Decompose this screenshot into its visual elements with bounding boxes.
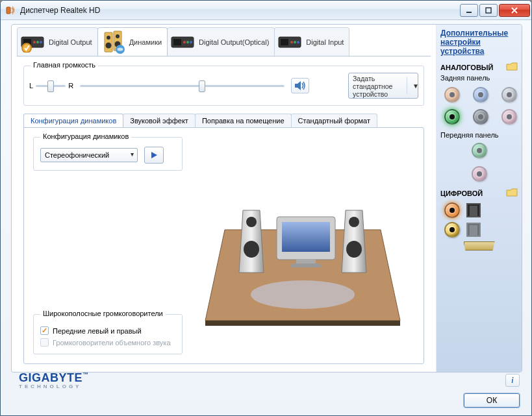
digital-out-row <box>444 202 518 218</box>
jack-front-out[interactable] <box>444 109 460 125</box>
balance-left-label: L <box>29 82 33 90</box>
svg-point-24 <box>290 41 293 43</box>
speaker-config-group: Конфигурация динамиков Стереофонический <box>33 137 183 171</box>
tab-sound-effect[interactable]: Звуковой эффект <box>123 114 196 127</box>
svg-point-11 <box>105 42 111 48</box>
minimize-button[interactable] <box>460 4 478 17</box>
checkbox-checked-icon <box>40 326 49 335</box>
svg-point-10 <box>107 36 110 40</box>
svg-point-13 <box>116 34 120 38</box>
svg-point-19 <box>183 41 186 43</box>
svg-point-35 <box>246 217 257 227</box>
svg-rect-1 <box>466 12 472 13</box>
front-panel-label: Передняя панель <box>440 131 518 139</box>
titlebar: Диспетчер Realtek HD <box>1 1 531 20</box>
set-default-device-button[interactable]: Задать стандартное устройство ▼ <box>348 73 418 99</box>
surround-checkbox-row: Громкоговорители объемного звука <box>40 338 175 347</box>
master-volume-label: Главная громкость <box>31 61 98 69</box>
checkbox-icon <box>40 338 49 347</box>
svg-point-16 <box>117 47 123 51</box>
config-tabs: Конфигурация динамиков Звуковой эффект П… <box>23 114 424 127</box>
tab-speaker-config[interactable]: Конфигурация динамиков <box>23 114 123 127</box>
jack-spdif-out[interactable] <box>444 202 460 218</box>
tab-digital-input[interactable]: Digital Input <box>274 27 349 56</box>
svg-rect-18 <box>173 39 181 45</box>
mute-button[interactable] <box>291 78 309 93</box>
jack-spdif-in[interactable] <box>444 222 460 238</box>
svg-point-39 <box>346 241 362 258</box>
tab-label: Digital Output(Optical) <box>199 38 269 46</box>
optical-in-icon[interactable] <box>466 223 481 237</box>
jack-front-mic[interactable] <box>472 166 487 182</box>
info-button[interactable]: i <box>505 374 520 387</box>
folder-icon[interactable] <box>506 62 518 73</box>
surround-label: Громкоговорители объемного звука <box>53 338 171 347</box>
jack-mic[interactable] <box>501 109 517 125</box>
rear-jacks <box>444 87 518 125</box>
footer: GIGABYTE™ TECHNOLOGY i ОК <box>2 374 530 413</box>
tab-digital-output-optical[interactable]: Digital Output(Optical) <box>167 27 275 56</box>
analog-section-header: АНАЛОГОВЫЙ <box>440 62 518 73</box>
optical-out-icon[interactable] <box>466 203 481 217</box>
svg-point-36 <box>244 241 259 258</box>
svg-rect-2 <box>486 8 491 13</box>
svg-marker-28 <box>205 321 400 326</box>
svg-rect-31 <box>282 222 330 252</box>
jack-front-headphone[interactable] <box>472 143 487 158</box>
play-icon <box>149 151 158 160</box>
ok-button[interactable]: ОК <box>464 393 520 408</box>
balance-slider[interactable] <box>36 79 66 92</box>
jack-center-sub[interactable] <box>444 87 460 103</box>
svg-point-20 <box>186 41 189 43</box>
chevron-down-icon: ▼ <box>412 82 419 90</box>
window-body: Digital Output Динамики <box>1 20 531 415</box>
svg-point-26 <box>297 41 299 43</box>
test-play-button[interactable] <box>144 147 164 164</box>
front-lr-checkbox-row[interactable]: Передние левый и правый <box>40 326 175 336</box>
svg-rect-0 <box>6 7 10 14</box>
digital-section-header: ЦИФРОВОЙ <box>440 188 518 199</box>
hdmi-connector-icon[interactable] <box>464 241 495 251</box>
svg-point-7 <box>40 41 42 43</box>
volume-slider[interactable] <box>80 79 285 92</box>
front-jacks <box>440 143 518 182</box>
fullrange-group: Широкополосные громкоговорители Передние… <box>33 314 183 354</box>
maximize-button[interactable] <box>479 4 498 17</box>
app-window: Диспетчер Realtek HD <box>0 0 532 416</box>
speaker-config-dropdown[interactable]: Стереофонический <box>40 148 138 162</box>
tab-room-correction[interactable]: Поправка на помещение <box>195 114 292 127</box>
jack-side[interactable] <box>501 87 517 103</box>
app-icon <box>6 5 16 16</box>
left-column: Digital Output Динамики <box>12 25 436 372</box>
svg-point-21 <box>190 41 192 43</box>
advanced-settings-link[interactable]: Дополнительные настройки устройства <box>440 29 518 56</box>
window-controls <box>459 4 530 17</box>
tab-default-format[interactable]: Стандартный формат <box>291 114 377 127</box>
digital-in-row <box>444 222 518 238</box>
folder-icon[interactable] <box>506 188 518 199</box>
front-lr-label: Передние левый и правый <box>53 326 142 336</box>
svg-point-38 <box>349 217 359 227</box>
window-title: Диспетчер Realtek HD <box>20 6 459 15</box>
audio-device-icon <box>277 31 303 54</box>
svg-point-5 <box>33 41 36 43</box>
tab-digital-output[interactable]: Digital Output <box>17 27 98 56</box>
svg-rect-32 <box>296 260 316 263</box>
tab-speakers[interactable]: Динамики <box>97 27 168 56</box>
balance-right-label: R <box>68 82 73 90</box>
speaker-config-label: Конфигурация динамиков <box>40 132 131 140</box>
svg-point-29 <box>251 280 355 309</box>
jack-rear[interactable] <box>473 109 488 125</box>
config-panel: Конфигурация динамиков Стереофонический <box>23 127 424 364</box>
fullrange-label: Широкополосные громкоговорители <box>40 310 166 317</box>
device-tabs: Digital Output Динамики <box>12 25 436 56</box>
audio-device-icon <box>20 31 46 54</box>
speakers-icon <box>101 31 127 54</box>
speaker-icon <box>294 80 307 92</box>
balance-control: L R <box>29 79 73 92</box>
brand-logo: GIGABYTE™ TECHNOLOGY <box>19 371 89 389</box>
svg-point-6 <box>36 41 39 43</box>
jack-line-in[interactable] <box>473 87 488 103</box>
tab-label: Digital Input <box>306 38 344 46</box>
close-button[interactable] <box>499 4 530 17</box>
